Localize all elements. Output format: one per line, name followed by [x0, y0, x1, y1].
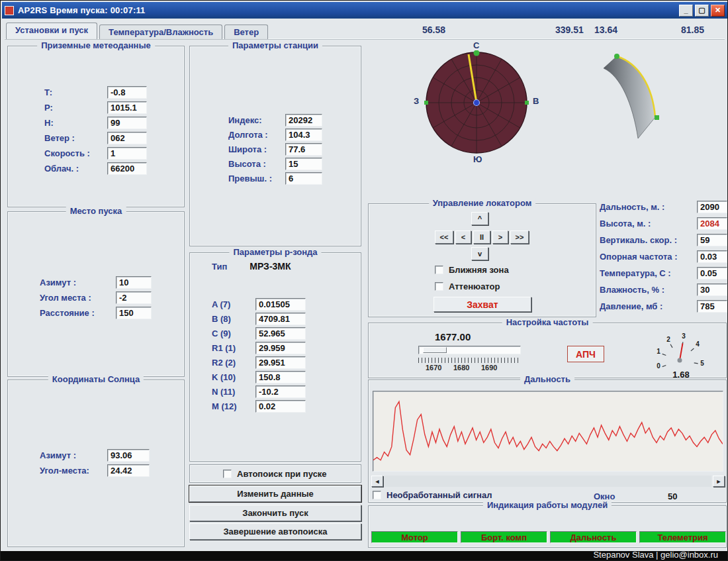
antenna-right-button[interactable]: > — [492, 230, 508, 244]
field-row: Н:99 — [44, 115, 147, 130]
antenna-up-button[interactable]: ^ — [471, 212, 488, 225]
tab-wind[interactable]: Ветер — [224, 25, 268, 39]
coeff-c-field[interactable]: 52.965 — [255, 327, 306, 340]
group-module-status: Индикация работы модулей Мотор Борт. ком… — [368, 505, 727, 548]
autosearch-checkbox[interactable] — [223, 470, 232, 478]
speed-field[interactable]: 1 — [107, 147, 147, 160]
telemetry-readouts: Дальность, м. :2090 Высота, м. :2084 Вер… — [600, 199, 727, 315]
field-row: Долгота :104.3 — [228, 127, 322, 142]
group-sonde-params: Параметры р-зонда Тип МРЗ-3МК A (7)0.015… — [189, 252, 361, 462]
antenna-fast-left-button[interactable]: << — [435, 230, 453, 244]
sector-side-marker — [655, 115, 659, 120]
field-label: Превыш. : — [228, 174, 285, 183]
group-title: Управление локатором — [429, 198, 536, 208]
range-status-indicator: Дальность — [550, 531, 637, 543]
site-azimuth-field[interactable]: 10 — [116, 276, 152, 289]
window-value[interactable]: 50 — [668, 491, 677, 501]
pressure-field[interactable]: 1015.1 — [107, 101, 147, 114]
ruler-tick-label: 1690 — [481, 364, 497, 372]
readout-value-4: 81.85 — [681, 25, 704, 35]
station-excess-field[interactable]: 6 — [285, 172, 322, 185]
field-label: Азимут : — [40, 278, 116, 287]
field-label: Индекс: — [228, 115, 285, 125]
coeff-n-field[interactable]: -10.2 — [255, 385, 306, 398]
telemetry-label: Влажность, % : — [600, 285, 664, 295]
scroll-left-button[interactable]: ◄ — [371, 476, 383, 487]
sun-azimuth-field[interactable]: 93.06 — [107, 449, 150, 462]
afc-button[interactable]: АПЧ — [567, 346, 604, 362]
raw-signal-checkbox[interactable] — [373, 491, 381, 499]
antenna-stop-button[interactable]: II — [473, 230, 490, 244]
coeff-r2-field[interactable]: 29.951 — [255, 356, 306, 369]
close-button[interactable]: ✕ — [711, 5, 725, 17]
clouds-field[interactable]: 66200 — [107, 162, 147, 175]
maximize-button[interactable]: ▢ — [695, 5, 709, 17]
coeff-r1-field[interactable]: 29.959 — [255, 342, 306, 354]
finish-launch-button[interactable]: Закончить пуск — [189, 505, 361, 521]
telemetry-row: Вертикаль. скор. :59 — [600, 232, 727, 248]
antenna-fast-right-button[interactable]: >> — [510, 230, 529, 244]
readout-value-3: 13.64 — [594, 25, 617, 35]
telemetry-row: Температура, С :0.05 — [600, 265, 727, 281]
coeff-b-field[interactable]: 4709.81 — [255, 313, 306, 325]
field-label: Угол места : — [40, 293, 116, 303]
field-row: Азимут :10 — [40, 275, 152, 290]
complete-autosearch-button[interactable]: Завершение автопоиска — [189, 523, 361, 540]
humidity-field[interactable]: 99 — [107, 117, 147, 129]
near-zone-checkbox[interactable] — [435, 266, 443, 274]
coeff-row: A (7)0.01505 — [212, 297, 306, 311]
gauge-value-readout: 1.68 — [652, 370, 710, 380]
change-data-button[interactable]: Изменить данные — [189, 485, 361, 502]
field-label: Н: — [44, 118, 107, 128]
antenna-left-button[interactable]: < — [455, 230, 471, 244]
antenna-down-button[interactable]: v — [471, 247, 488, 260]
scroll-right-button[interactable]: ► — [713, 476, 725, 487]
autosearch-label: Автопоиск при пуске — [237, 469, 327, 479]
site-distance-field[interactable]: 150 — [116, 307, 152, 319]
minimize-button[interactable]: _ — [679, 5, 693, 17]
telemetry-row: Влажность, % :30 — [600, 281, 727, 298]
frequency-slider[interactable] — [418, 346, 521, 354]
site-elevation-field[interactable]: -2 — [116, 291, 152, 304]
sector-top-marker — [614, 54, 619, 59]
temperature-field[interactable]: -0.8 — [107, 86, 147, 99]
coeff-label: M (12) — [212, 401, 255, 411]
attenuator-checkbox[interactable] — [435, 282, 443, 291]
svg-text:1: 1 — [657, 348, 660, 355]
coeff-a-field[interactable]: 0.01505 — [255, 298, 306, 311]
station-altitude-field[interactable]: 15 — [285, 158, 322, 170]
svg-text:4: 4 — [696, 340, 700, 348]
autosearch-box: Автопоиск при пуске — [189, 464, 361, 483]
coeff-label: R2 (2) — [212, 358, 255, 368]
reference-frequency-readout: 0.03 — [697, 250, 727, 263]
vertical-speed-readout: 59 — [697, 234, 727, 246]
readout-angle-current: 339.51 — [555, 25, 584, 35]
coeff-m-field[interactable]: 0.02 — [255, 400, 306, 413]
coeff-k-field[interactable]: 150.8 — [255, 371, 306, 383]
field-row: Широта :77.6 — [228, 142, 322, 156]
group-sun-coordinates: Координаты Солнца Азимут :93.06 Угол-мес… — [7, 380, 185, 547]
coeff-row: N (11)-10.2 — [212, 384, 306, 399]
telemetry-status-indicator: Телеметрия — [639, 531, 726, 543]
telemetry-label: Вертикаль. скор. : — [600, 235, 677, 245]
tab-setup-launch[interactable]: Установки и пуск — [6, 23, 97, 39]
sun-elevation-field[interactable]: 24.42 — [107, 464, 150, 477]
coeff-label: B (8) — [212, 314, 255, 324]
group-range-signal: Дальность ◄ ► Необработанный сигнал Окно… — [368, 380, 727, 503]
field-label: Расстояние : — [40, 308, 116, 318]
field-row: Угол-места:24.42 — [40, 463, 150, 478]
gauge-pivot — [678, 358, 682, 363]
field-row: Р:1015.1 — [44, 100, 147, 115]
field-row: Ветер :062 — [44, 130, 147, 146]
frequency-slider-thumb[interactable] — [423, 347, 447, 353]
capture-button[interactable]: Захват — [433, 297, 531, 312]
wind-field[interactable]: 062 — [107, 132, 147, 144]
station-index-field[interactable]: 20292 — [285, 114, 322, 127]
station-longitude-field[interactable]: 104.3 — [285, 128, 322, 141]
compass-south-label: Ю — [473, 154, 482, 164]
plot-scrollbar-track[interactable] — [385, 476, 711, 487]
field-row: Высота :15 — [228, 156, 322, 171]
station-latitude-field[interactable]: 77.6 — [285, 143, 322, 156]
field-row: Превыш. :6 — [228, 171, 322, 185]
tab-temp-humidity[interactable]: Температура/Влажность — [99, 25, 222, 39]
